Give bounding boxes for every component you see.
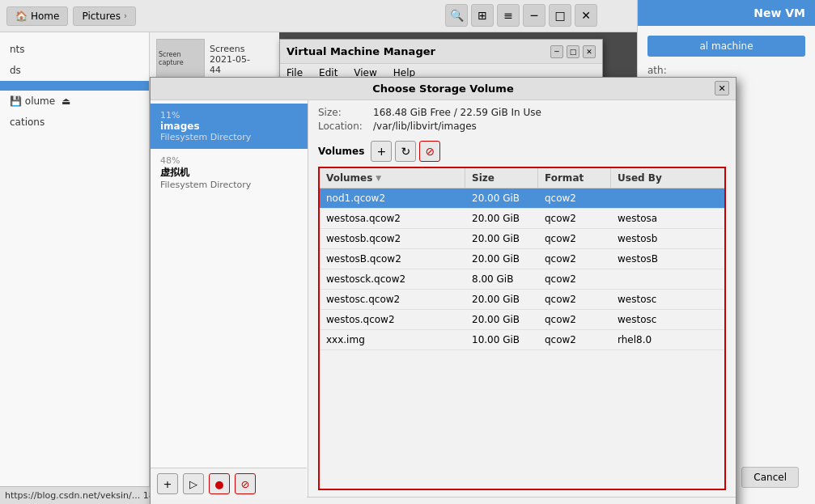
choose-storage-dialog: Choose Storage Volume ✕ 11% images Files…	[150, 77, 736, 504]
home-icon: 🏠	[15, 11, 28, 22]
row-size: 20.00 GiB	[465, 310, 538, 329]
info-row-size: Size: 168.48 GiB Free / 22.59 GiB In Use	[318, 107, 726, 118]
location-value: /var/lib/libvirt/images	[373, 121, 477, 132]
row-format: qcow2	[538, 188, 611, 208]
table-row[interactable]: westosb.qcow2 20.00 GiB qcow2 westosb	[320, 229, 724, 249]
col-volumes: Volumes ▼	[320, 168, 465, 188]
sidebar-item-ds[interactable]: ds	[0, 60, 149, 81]
dialog-close-button[interactable]: ✕	[715, 81, 729, 95]
stop-icon: ●	[214, 478, 223, 490]
info-row-location: Location: /var/lib/libvirt/images	[318, 121, 726, 132]
new-vm-cancel-button[interactable]: Cancel	[741, 467, 799, 488]
row-name: westosc.qcow2	[320, 290, 465, 309]
table-row[interactable]: westosck.qcow2 8.00 GiB qcow2	[320, 269, 724, 290]
pool-type-2: Filesystem Directory	[160, 180, 298, 190]
refresh-icon: ↻	[401, 145, 410, 158]
col-used-by: Used By	[611, 168, 708, 188]
vm-titlebar: Virtual Machine Manager ─ □ ✕	[280, 40, 602, 64]
row-format: qcow2	[538, 209, 611, 228]
row-name: westosck.qcow2	[320, 269, 465, 289]
fm-home-button[interactable]: 🏠 Home	[6, 6, 68, 26]
table-body: nod1.qcow2 20.00 GiB qcow2 westosa.qcow2…	[320, 188, 724, 350]
sidebar-item-volume[interactable]: 💾 olume ⏏	[0, 91, 149, 112]
sidebar-item-nts[interactable]: nts	[0, 39, 149, 60]
fm-maximize-button[interactable]: □	[549, 4, 571, 27]
sidebar-item-active[interactable]	[0, 81, 149, 91]
sidebar-item-label: ds	[10, 65, 21, 76]
vm-title: Virtual Machine Manager	[287, 45, 435, 57]
eject-icon: ⏏	[62, 95, 70, 107]
row-used-by: westosB	[611, 249, 708, 269]
row-used-by: westosc	[611, 310, 708, 329]
plus-icon: +	[163, 478, 172, 490]
sidebar-item-cations[interactable]: cations	[0, 112, 149, 133]
fm-grid-button[interactable]: ⊞	[471, 4, 494, 27]
table-row[interactable]: westos.qcow2 20.00 GiB qcow2 westosc	[320, 310, 724, 330]
volumes-add-button[interactable]: +	[371, 141, 392, 162]
storage-right-panel: Size: 168.48 GiB Free / 22.59 GiB In Use…	[308, 100, 736, 497]
pool-name-2: 虚拟机	[160, 166, 298, 180]
row-size: 20.00 GiB	[465, 229, 538, 248]
table-row[interactable]: nod1.qcow2 20.00 GiB qcow2	[320, 188, 724, 209]
row-used-by: westosa	[611, 209, 708, 228]
size-label: Size:	[318, 107, 367, 118]
pool-delete-button[interactable]: ⊘	[235, 473, 256, 494]
dialog-titlebar: Choose Storage Volume ✕	[151, 78, 736, 100]
vm-minimize-button[interactable]: ─	[550, 45, 563, 58]
fm-toolbar-right: 🔍 ⊞ ≡ ─ □ ✕	[445, 4, 597, 27]
col-size: Size	[465, 168, 538, 188]
volumes-refresh-button[interactable]: ↻	[395, 141, 416, 162]
row-used-by: westosc	[611, 290, 708, 309]
vm-maximize-button[interactable]: □	[567, 45, 579, 58]
add-volume-icon: +	[376, 145, 386, 158]
row-name: westosb.qcow2	[320, 229, 465, 248]
stop-volume-icon: ⊘	[425, 145, 435, 158]
new-vm-header: New VM	[638, 0, 815, 26]
fm-sidebar: nts ds 💾 olume ⏏ cations	[0, 32, 150, 504]
pool-pct-1: 11%	[160, 110, 298, 121]
table-row[interactable]: westosB.qcow2 20.00 GiB qcow2 westosB	[320, 249, 724, 269]
new-vm-install-button[interactable]: al machine	[647, 36, 805, 57]
row-size: 8.00 GiB	[465, 269, 538, 289]
pool-type-1: Filesystem Directory	[160, 132, 298, 142]
fm-home-label: Home	[31, 11, 59, 22]
fm-pictures-arrow: ›	[124, 11, 127, 20]
fm-pictures-button[interactable]: Pictures ›	[73, 6, 136, 26]
row-name: westos.qcow2	[320, 310, 465, 329]
table-row[interactable]: xxx.img 10.00 GiB qcow2 rhel8.0	[320, 330, 724, 350]
volumes-table: Volumes ▼ Size Format Used By nod1	[318, 167, 726, 490]
pool-item-virt[interactable]: 48% 虚拟机 Filesystem Directory	[151, 149, 308, 197]
fm-close-button[interactable]: ✕	[575, 4, 597, 27]
new-vm-title: New VM	[753, 6, 805, 19]
row-format: qcow2	[538, 269, 611, 289]
dialog-body: 11% images Filesystem Directory 48% 虚拟机 …	[151, 100, 736, 497]
new-vm-path-label: ath:	[647, 65, 805, 76]
sidebar-item-label: cations	[10, 116, 45, 128]
pool-add-button[interactable]: +	[157, 473, 178, 494]
pool-item-images[interactable]: 11% images Filesystem Directory	[151, 104, 308, 149]
volumes-stop-button[interactable]: ⊘	[419, 141, 440, 162]
pool-stop-button[interactable]: ●	[209, 473, 230, 494]
table-row[interactable]: westosa.qcow2 20.00 GiB qcow2 westosa	[320, 209, 724, 229]
pool-play-button[interactable]: ▷	[183, 473, 204, 494]
dialog-title: Choose Storage Volume	[372, 83, 513, 95]
play-icon: ▷	[189, 478, 197, 490]
fm-list-button[interactable]: ≡	[497, 4, 520, 27]
col-format: Format	[538, 168, 611, 188]
vm-close-button[interactable]: ✕	[583, 45, 596, 58]
row-size: 20.00 GiB	[465, 188, 538, 208]
fm-search-button[interactable]: 🔍	[445, 4, 468, 27]
thumbnail-image-1: Screen capture	[156, 39, 205, 79]
row-name: xxx.img	[320, 330, 465, 349]
row-format: qcow2	[538, 290, 611, 309]
row-name: westosB.qcow2	[320, 249, 465, 269]
thumbnail-item-1[interactable]: Screen capture Screens 2021-05- 44	[156, 39, 273, 79]
row-used-by	[611, 188, 708, 208]
row-name: nod1.qcow2	[320, 188, 465, 208]
row-size: 20.00 GiB	[465, 209, 538, 228]
row-size: 20.00 GiB	[465, 249, 538, 269]
table-row[interactable]: westosc.qcow2 20.00 GiB qcow2 westosc	[320, 290, 724, 310]
volumes-label: Volumes	[318, 146, 364, 157]
volumes-toolbar: Volumes + ↻ ⊘	[318, 141, 726, 162]
fm-minimize-button[interactable]: ─	[523, 4, 545, 27]
